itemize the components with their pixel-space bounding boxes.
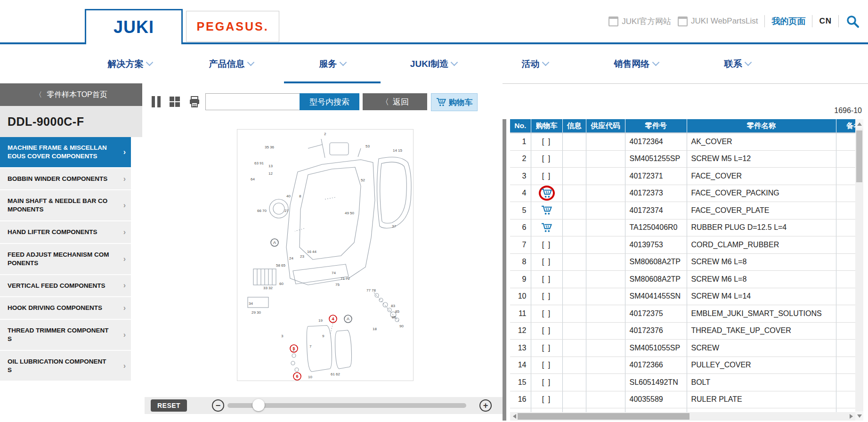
add-to-cart-cell[interactable]: [ ]: [531, 271, 562, 288]
nav-item[interactable]: 活动: [484, 44, 585, 83]
sidebar-item-component-category[interactable]: MACHINE FRAME & MISCELLANEOUS COVER COMP…: [0, 137, 131, 168]
table-row: 12 [ ] 40172376 THREAD_TAKE_UP_COVER: [510, 322, 855, 340]
table-horizontal-scrollbar[interactable]: [510, 412, 855, 421]
grid-view-icon[interactable]: [170, 93, 180, 110]
scroll-right-button[interactable]: [847, 412, 855, 421]
svg-text:A: A: [273, 240, 276, 245]
sidebar-item-component-category[interactable]: VERTICAL FEED COMPONENTS ›: [0, 275, 131, 298]
cart-icon[interactable]: [541, 205, 552, 215]
diagram-callout: 40: [286, 194, 291, 198]
vertical-scroll-thumb[interactable]: [856, 130, 862, 182]
add-to-cart-cell[interactable]: [ ]: [531, 150, 562, 168]
nav-item[interactable]: 解决方案: [79, 44, 180, 83]
zoom-slider-thumb[interactable]: [252, 399, 265, 411]
table-row: 6 TA1250406R0 RUBBER PLUG D=12.5 L=4: [510, 219, 855, 236]
diagram-callout: 60: [279, 282, 284, 286]
nav-item[interactable]: 服务: [282, 44, 383, 83]
nav-item[interactable]: 联系: [687, 44, 788, 83]
sidebar-item-component-category[interactable]: HOOK DRIVING COMPONENTS ›: [0, 297, 131, 320]
language-selector[interactable]: CN: [819, 16, 832, 26]
horizontal-scroll-thumb[interactable]: [518, 413, 690, 420]
add-to-cart-cell[interactable]: [ ]: [531, 253, 562, 271]
diagram-callout: 66 70: [257, 209, 267, 213]
diagram-pane: 型号内搜索 〈 返回 购物车: [142, 83, 503, 422]
nav-item[interactable]: JUKI制造: [383, 44, 484, 83]
table-row: 15 [ ] SL6051492TN BOLT: [510, 374, 855, 391]
cart-icon[interactable]: [541, 188, 552, 198]
add-to-cart-cell[interactable]: [ ]: [531, 340, 562, 357]
add-to-cart-cell[interactable]: [531, 185, 562, 202]
column-header-note: 备考: [836, 119, 855, 133]
sidebar-item-label: BOBBIN WINDER COMPONENTS: [8, 175, 107, 182]
sidebar-item-component-category[interactable]: OIL LUBRICATION COMPONENTS ›: [0, 351, 131, 382]
exploded-parts-diagram[interactable]: 235 365314 1563 91131252644082766 703749…: [237, 129, 414, 381]
nav-item[interactable]: 产品信息: [180, 44, 282, 83]
parts-catalog-top-link[interactable]: 〈 零件样本TOP首页: [0, 83, 142, 106]
link-juki-official-site[interactable]: JUKI官方网站: [608, 16, 671, 27]
add-to-cart-cell[interactable]: [ ]: [531, 408, 562, 413]
cart-icon[interactable]: [541, 223, 552, 233]
row-number-cell: 15: [510, 374, 531, 391]
add-to-cart-cell[interactable]: [ ]: [531, 391, 562, 408]
table-vertical-scrollbar[interactable]: [855, 119, 863, 421]
zoom-slider[interactable]: [227, 403, 466, 408]
add-to-cart-cell[interactable]: [ ]: [531, 374, 562, 391]
parts-table: No. 购物车 信息 供应代码 零件号 零件名称 备考 1 [ ] 401723…: [510, 119, 855, 412]
sidebar-item-component-category[interactable]: THREAD TRIMMER COMPONENTS ›: [0, 320, 131, 351]
back-button[interactable]: 〈 返回: [363, 93, 427, 110]
diagram-callout: 85: [395, 309, 399, 314]
info-cell: [562, 408, 586, 413]
info-cell: [562, 391, 586, 408]
sidebar-item-label: THREAD TRIMMER COMPONENTS: [8, 327, 109, 342]
search-icon[interactable]: [845, 14, 860, 28]
part-number-cell: 40172376: [625, 322, 687, 340]
add-to-cart-cell[interactable]: [ ]: [531, 322, 562, 340]
scroll-up-button[interactable]: [855, 119, 863, 129]
add-to-cart-cell[interactable]: [ ]: [531, 305, 562, 323]
diagram-callout: 49 50: [345, 211, 355, 215]
add-to-cart-cell[interactable]: [ ]: [531, 288, 562, 305]
red-circle-annotation: [539, 186, 555, 201]
chevron-right-icon: ›: [123, 254, 126, 264]
divider: [764, 15, 765, 27]
part-number-cell: SM4051055SP: [625, 340, 687, 357]
pegasus-logo[interactable]: PEGASUS.: [186, 11, 279, 42]
add-to-cart-cell[interactable]: [531, 219, 562, 236]
sidebar-item-component-category[interactable]: MAIN SHAFT & NEEDLE BAR COMPONENTS ›: [0, 190, 131, 221]
add-to-cart-cell[interactable]: [531, 202, 562, 219]
note-cell: [836, 271, 855, 288]
sidebar-item-component-category[interactable]: HAND LIFTER COMPONENTS ›: [0, 221, 131, 244]
add-to-cart-cell[interactable]: [ ]: [531, 236, 562, 254]
part-number-cell: 40172364: [625, 133, 687, 150]
my-page-link[interactable]: 我的页面: [771, 16, 805, 27]
add-to-cart-cell[interactable]: [ ]: [531, 357, 562, 374]
reset-button[interactable]: RESET: [151, 399, 187, 412]
diagram-callout: 2: [324, 132, 326, 136]
juki-logo[interactable]: JUKI: [85, 9, 183, 44]
sidebar-item-component-category[interactable]: FEED ADJUST MECHANISM COMPONENTS ›: [0, 244, 131, 275]
model-search-input[interactable]: [205, 93, 300, 110]
diagram-callout: 3: [281, 334, 284, 338]
diagram-callout: 86: [392, 315, 396, 319]
pause-icon[interactable]: [152, 93, 161, 110]
part-number-cell: SM4041455SN: [625, 288, 687, 305]
row-number-cell: 7: [510, 236, 531, 254]
left-arrow-icon: [513, 414, 516, 419]
part-name-cell: PULLEY_COVER: [687, 357, 836, 374]
link-juki-webpartslist[interactable]: JUKI WebPartsList: [678, 16, 758, 26]
part-number-cell: SM80608A2TP: [625, 253, 687, 271]
part-number-cell: 40172371: [625, 168, 687, 185]
cart-button[interactable]: 购物车: [431, 93, 478, 111]
sidebar-item-component-category[interactable]: BOBBIN WINDER COMPONENTS ›: [0, 168, 131, 191]
window-icon: [678, 16, 688, 26]
model-search-button[interactable]: 型号内搜索: [300, 93, 359, 110]
column-header-supply-code: 供应代码: [586, 119, 625, 133]
print-icon[interactable]: [188, 93, 201, 110]
add-to-cart-cell[interactable]: [ ]: [531, 133, 562, 150]
scroll-down-button[interactable]: [855, 411, 863, 421]
circle-minus-icon[interactable]: −: [212, 399, 224, 412]
row-number-cell: 14: [510, 357, 531, 374]
circle-plus-icon[interactable]: +: [479, 399, 492, 412]
add-to-cart-cell[interactable]: [ ]: [531, 168, 562, 185]
nav-item[interactable]: 销售网络: [585, 44, 687, 83]
